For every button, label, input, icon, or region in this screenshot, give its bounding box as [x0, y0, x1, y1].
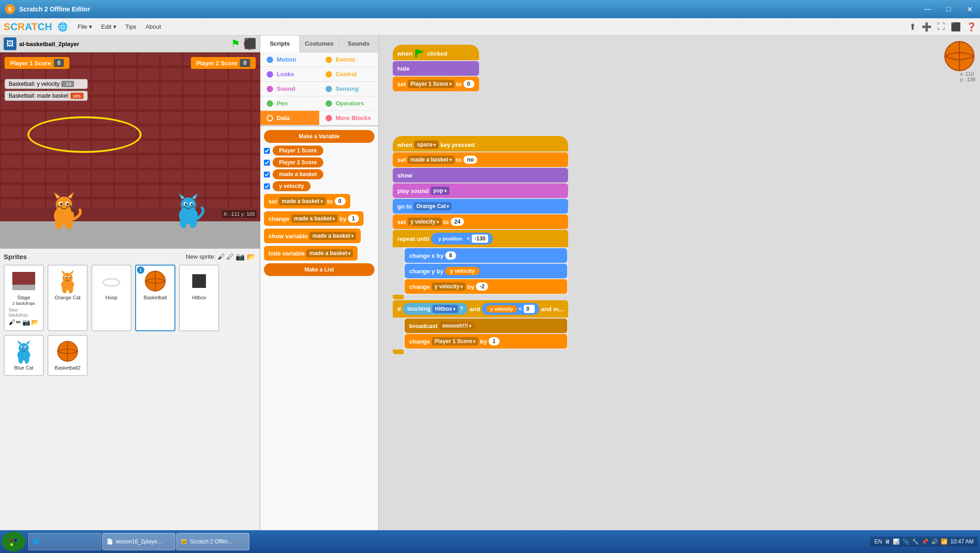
hitbox-dropdown[interactable]: Hitbox — [432, 305, 458, 313]
hide-variable-dropdown[interactable]: made a basket — [306, 249, 353, 257]
basket-var-dropdown[interactable]: made a basket — [408, 156, 454, 164]
category-events[interactable]: Events — [319, 52, 378, 67]
make-variable-button[interactable]: Make a Variable — [264, 130, 374, 143]
sprite-orange-cat[interactable]: Orange Cat — [47, 265, 88, 331]
hide-block[interactable]: hide — [393, 61, 479, 76]
sprite-basketball[interactable]: i Basketball — [135, 265, 175, 331]
if-yvel-condition[interactable]: y velocity < 0 — [482, 303, 539, 315]
broadcast-block[interactable]: broadcast swoosh!!! — [405, 318, 567, 333]
y-position-block[interactable]: y position — [436, 235, 465, 242]
show-variable-dropdown[interactable]: made a basket — [310, 232, 356, 240]
green-flag-button[interactable]: ⚑ — [231, 38, 240, 50]
set-yvel-block[interactable]: set y velocity to 24 — [393, 214, 568, 229]
show-variable-block[interactable]: show variable made a basket — [264, 229, 361, 243]
make-list-button[interactable]: Make a List — [264, 263, 374, 276]
var-player2-checkbox[interactable] — [264, 160, 270, 166]
yvel2-val[interactable]: -2 — [476, 282, 488, 291]
var-velocity-checkbox[interactable] — [264, 183, 270, 189]
scripts-canvas[interactable]: when clicked hide set Player 1 Score to … — [379, 36, 980, 539]
backdrop-folder-icon[interactable]: 📂 — [31, 318, 39, 326]
set-var-dropdown[interactable]: made a basket — [279, 197, 326, 205]
change-x-block[interactable]: change x by 8 — [405, 248, 567, 263]
menu-about[interactable]: About — [141, 21, 166, 32]
stop-button[interactable]: ⬛ — [244, 38, 256, 50]
score-val-zero[interactable]: 0 — [464, 80, 474, 88]
close-button[interactable]: ✕ — [959, 0, 980, 18]
set-val-input[interactable]: 0 — [335, 197, 346, 205]
if-header[interactable]: if touching Hitbox ? and y velocity < 0 — [393, 300, 568, 318]
player1-score-dropdown[interactable]: Player 1 Score — [408, 80, 454, 88]
upload-icon[interactable]: ⬆ — [909, 22, 916, 32]
add-icon[interactable]: ➕ — [922, 22, 932, 32]
zero-input[interactable]: 0 — [524, 305, 535, 313]
backdrop-paint-icon[interactable]: 🖌 — [9, 318, 15, 326]
category-sensing[interactable]: Sensing — [319, 82, 378, 96]
set-player1-score-block[interactable]: set Player 1 Score to 0 — [393, 77, 479, 91]
category-data[interactable]: Data — [260, 111, 319, 125]
change-y-block[interactable]: change y by y velocity — [405, 264, 567, 278]
category-control[interactable]: Control — [319, 67, 378, 82]
tab-costumes[interactable]: Costumes — [300, 36, 339, 52]
category-operators[interactable]: Operators — [319, 96, 378, 111]
presentation-icon[interactable]: ⬛ — [951, 22, 961, 32]
paint-bucket-icon[interactable]: 🖊 — [227, 253, 234, 261]
y-threshold-input[interactable]: -130 — [472, 235, 488, 243]
change-yvel-block[interactable]: change y velocity by -2 — [405, 279, 567, 294]
change-val-input[interactable]: 1 — [348, 214, 359, 223]
menu-tips[interactable]: Tips — [121, 21, 141, 32]
y-velocity-oval[interactable]: y velocity — [445, 267, 479, 275]
var-player2-block[interactable]: Player 2 Score — [273, 157, 323, 167]
fullscreen-icon[interactable]: ⛶ — [937, 22, 945, 31]
category-more-blocks[interactable]: More Blocks — [319, 111, 378, 125]
sprite-blue-cat[interactable]: Blue Cat — [4, 335, 44, 376]
globe-icon[interactable]: 🌐 — [58, 22, 68, 32]
repeat-until-header[interactable]: repeat until y position < -130 — [393, 230, 568, 247]
change-x-val[interactable]: 8 — [445, 251, 456, 260]
backdrop-edit-icon[interactable]: ✏ — [16, 318, 21, 326]
yvel-dropdown[interactable]: y velocity — [408, 218, 442, 226]
score-change-val[interactable]: 1 — [489, 337, 500, 345]
category-pen[interactable]: Pen — [260, 96, 319, 111]
taskbar-scratch[interactable]: 🐱 Scratch 2 Offlin... — [176, 533, 249, 550]
play-sound-block[interactable]: play sound pop — [393, 183, 568, 198]
category-sound[interactable]: Sound — [260, 82, 319, 96]
paint-brush-icon[interactable]: 🖌 — [217, 253, 225, 261]
sprite-info-badge[interactable]: i — [137, 266, 144, 274]
var-player1-checkbox[interactable] — [264, 148, 270, 154]
tab-sounds[interactable]: Sounds — [339, 36, 378, 52]
yvel-val[interactable]: 24 — [451, 218, 464, 226]
tab-scripts[interactable]: Scripts — [260, 36, 300, 52]
change-block[interactable]: change made a basket by 1 — [264, 211, 364, 226]
var-player1-block[interactable]: Player 1 Score — [273, 146, 323, 156]
sound-dropdown[interactable]: pop — [431, 187, 449, 195]
camera-icon[interactable]: 📷 — [236, 252, 245, 261]
sprite-basketball2[interactable]: Basketball2 — [47, 335, 88, 376]
set-block[interactable]: set made a basket to 0 — [264, 194, 350, 209]
taskbar-word[interactable]: 📄 lesson16_2playe... — [102, 533, 175, 550]
sprite-hoop[interactable]: Hoop — [91, 265, 132, 331]
go-to-block[interactable]: go to Orange Cat — [393, 199, 568, 214]
yvel2-dropdown[interactable]: y velocity — [432, 282, 466, 291]
y-velocity-oval2[interactable]: y velocity — [486, 305, 516, 313]
var-basket-block[interactable]: made a basket — [273, 169, 323, 179]
basket-val-no[interactable]: no — [464, 156, 478, 164]
start-button[interactable] — [2, 532, 26, 552]
when-space-hat[interactable]: when space key pressed — [393, 136, 568, 151]
when-clicked-hat[interactable]: when clicked — [393, 45, 479, 60]
menu-file[interactable]: File ▾ — [73, 21, 97, 32]
change-score-block[interactable]: change Player 1 Score by 1 — [405, 334, 567, 349]
hide-variable-block[interactable]: hide variable made a basket — [264, 246, 358, 261]
taskbar-chrome[interactable]: 🌐 — [28, 533, 101, 550]
var-velocity-block[interactable]: y velocity — [273, 181, 311, 191]
sprite-hitbox[interactable]: Hitbox — [179, 265, 219, 331]
set-basket-no-block[interactable]: set made a basket to no — [393, 152, 568, 167]
if-touching-condition[interactable]: touching Hitbox ? — [403, 303, 468, 315]
backdrop-camera-icon[interactable]: 📷 — [22, 318, 30, 326]
change-var-dropdown[interactable]: made a basket — [291, 214, 338, 223]
goto-target-dropdown[interactable]: Orange Cat — [414, 202, 452, 210]
repeat-condition[interactable]: y position < -130 — [431, 233, 493, 245]
var-basket-checkbox[interactable] — [264, 172, 270, 177]
folder-icon[interactable]: 📂 — [247, 252, 256, 261]
show-block[interactable]: show — [393, 168, 568, 183]
help-icon[interactable]: ❓ — [966, 22, 976, 32]
